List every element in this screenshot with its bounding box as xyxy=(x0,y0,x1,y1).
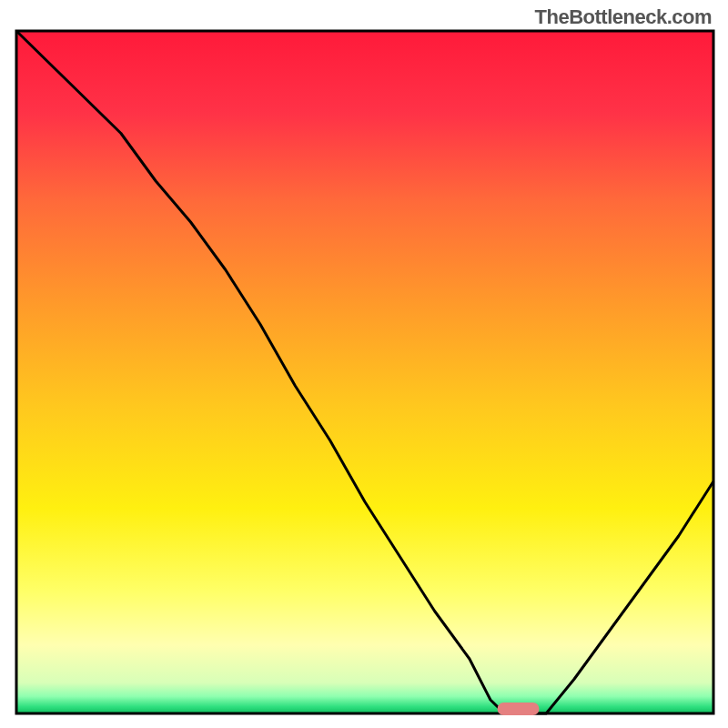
bottleneck-chart xyxy=(0,0,728,728)
optimal-marker xyxy=(498,703,540,715)
chart-container: TheBottleneck.com xyxy=(0,0,728,728)
